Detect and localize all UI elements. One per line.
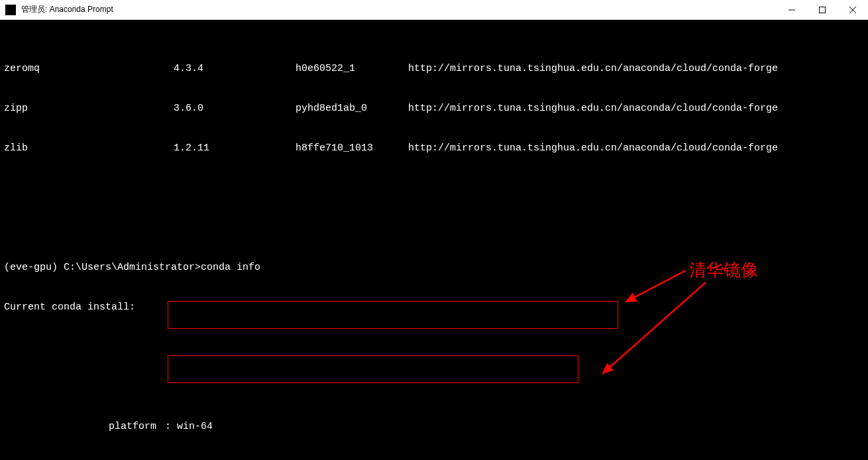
package-build: pyhd8ed1ab_0 [296,102,408,115]
package-source: http://mirrors.tuna.tsinghua.edu.cn/anac… [408,62,778,76]
package-version: 4.3.4 [174,62,296,76]
package-version: 3.6.0 [174,102,296,115]
info-row: platform : win-64 [4,420,864,433]
prompt-command: conda info [201,262,260,273]
header-line: Current conda install: [4,301,864,314]
package-version: 1.2.11 [174,142,296,155]
terminal-output[interactable]: zeromq 4.3.4 h0e60522_1 http://mirrors.t… [0,20,868,460]
window-controls [777,0,868,19]
app-icon [5,5,16,15]
close-button[interactable] [838,0,868,19]
minimize-button[interactable] [777,0,807,19]
package-row: zeromq 4.3.4 h0e60522_1 http://mirrors.t… [4,62,864,76]
window-title: 管理员: Anaconda Prompt [21,4,777,15]
package-name: zlib [4,142,174,155]
package-name: zipp [4,102,174,115]
package-build: h0e60522_1 [296,62,408,76]
package-name: zeromq [4,62,174,76]
package-source: http://mirrors.tuna.tsinghua.edu.cn/anac… [408,102,778,115]
svg-rect-1 [820,7,826,13]
package-row: zlib 1.2.11 h8ffe710_1013 http://mirrors… [4,142,864,155]
maximize-button[interactable] [807,0,838,19]
info-key: platform [4,420,159,433]
package-build: h8ffe710_1013 [296,142,408,155]
prompt-prefix: (eve-gpu) C:\Users\Administrator> [4,262,201,273]
info-value: win-64 [177,420,213,433]
annotation-label: 清华镜像 [689,259,758,282]
titlebar: 管理员: Anaconda Prompt [0,0,868,20]
package-row: zipp 3.6.0 pyhd8ed1ab_0 http://mirrors.t… [4,102,864,115]
package-source: http://mirrors.tuna.tsinghua.edu.cn/anac… [408,142,778,155]
